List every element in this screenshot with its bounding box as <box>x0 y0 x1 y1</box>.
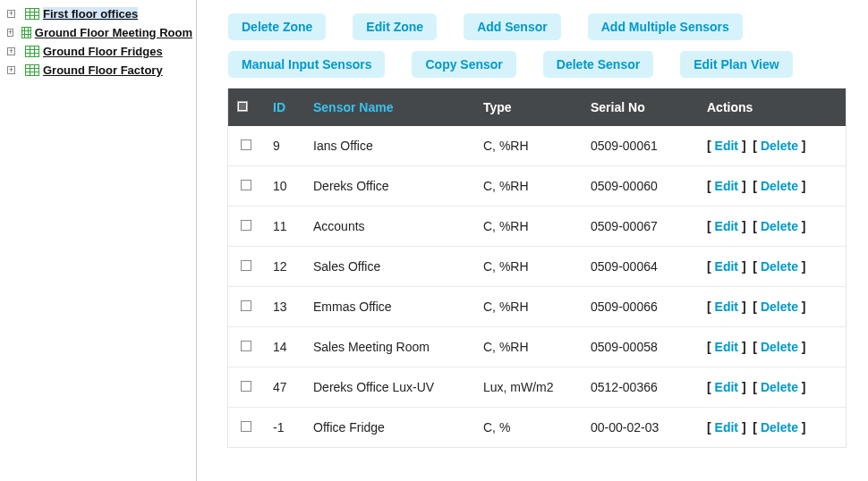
table-row: 12Sales OfficeC, %RH0509-00064[ Edit ] [… <box>228 247 846 287</box>
cell-name: Emmas Office <box>304 287 474 327</box>
row-checkbox[interactable] <box>241 341 251 351</box>
tree-item-label[interactable]: Ground Floor Meeting Room <box>35 26 192 39</box>
tree-item-label[interactable]: First floor offices <box>43 7 138 21</box>
zone-grid-icon <box>25 8 39 20</box>
cell-name: Accounts <box>304 207 474 247</box>
edit-link[interactable]: Edit <box>715 380 738 394</box>
delete-link[interactable]: Delete <box>761 219 798 233</box>
cell-name: Dereks Office <box>304 166 474 207</box>
bracket-open: [ <box>707 340 715 354</box>
edit-link[interactable]: Edit <box>715 420 738 435</box>
edit-link[interactable]: Edit <box>715 179 738 193</box>
row-checkbox-cell <box>228 126 264 166</box>
cell-actions: [ Edit ] [ Delete ] <box>698 247 846 287</box>
cell-id: 10 <box>264 166 304 207</box>
table-row: 14Sales Meeting RoomC, %RH0509-00058[ Ed… <box>228 327 846 367</box>
bracket-close: ] <box>798 179 806 193</box>
cell-serial: 0509-00066 <box>582 287 698 327</box>
tree-item[interactable]: +First floor offices <box>7 5 192 22</box>
row-checkbox[interactable] <box>241 180 251 190</box>
cell-id: 13 <box>264 287 304 327</box>
zone-grid-icon <box>21 27 31 38</box>
edit-link[interactable]: Edit <box>715 300 738 314</box>
delete-link[interactable]: Delete <box>761 259 798 274</box>
delete-link[interactable]: Delete <box>761 420 798 435</box>
bracket-open: [ <box>707 179 715 193</box>
bracket-close: ] <box>738 420 746 435</box>
delete-link[interactable]: Delete <box>761 300 798 314</box>
header-serial-no: Serial No <box>582 89 698 126</box>
table-row: 47Dereks Office Lux-UVLux, mW/m20512-003… <box>228 367 846 408</box>
delete-link[interactable]: Delete <box>761 179 798 193</box>
edit-link[interactable]: Edit <box>715 340 738 354</box>
edit-zone-button[interactable]: Edit Zone <box>353 13 437 40</box>
expand-icon[interactable]: + <box>7 47 15 55</box>
row-checkbox[interactable] <box>241 220 251 231</box>
select-all-checkbox[interactable] <box>237 101 248 112</box>
add-sensor-button[interactable]: Add Sensor <box>464 13 561 40</box>
bracket-open: [ <box>753 420 761 435</box>
tree-item[interactable]: +Ground Floor Factory <box>7 62 192 79</box>
table-row: 11AccountsC, %RH0509-00067[ Edit ] [ Del… <box>228 207 846 247</box>
cell-serial: 0512-00366 <box>582 367 698 408</box>
header-sensor-name[interactable]: Sensor Name <box>304 89 474 126</box>
delete-link[interactable]: Delete <box>761 380 798 394</box>
row-checkbox-cell <box>228 166 264 207</box>
tree-item-label[interactable]: Ground Floor Fridges <box>43 45 163 58</box>
row-checkbox[interactable] <box>241 300 251 311</box>
edit-link[interactable]: Edit <box>715 139 738 153</box>
row-checkbox-cell <box>228 207 264 247</box>
bracket-close: ] <box>738 179 746 193</box>
cell-serial: 0509-00067 <box>582 207 698 247</box>
row-checkbox[interactable] <box>241 381 251 392</box>
cell-name: Dereks Office Lux-UV <box>304 367 474 408</box>
expand-icon[interactable]: + <box>7 29 13 37</box>
manual-input-sensors-button[interactable]: Manual Input Sensors <box>228 51 385 78</box>
cell-id: 9 <box>264 126 304 166</box>
row-checkbox[interactable] <box>241 139 251 150</box>
main-panel: Delete Zone Edit Zone Add Sensor Add Mul… <box>197 0 868 481</box>
cell-actions: [ Edit ] [ Delete ] <box>698 166 846 207</box>
bracket-open: [ <box>753 139 761 153</box>
bracket-close: ] <box>798 219 806 233</box>
tree-item-label[interactable]: Ground Floor Factory <box>43 63 163 77</box>
tree-item[interactable]: +Ground Floor Meeting Room <box>7 24 192 41</box>
bracket-close: ] <box>798 259 806 274</box>
zone-toolbar: Delete Zone Edit Zone Add Sensor Add Mul… <box>228 13 846 78</box>
bracket-close: ] <box>738 139 746 153</box>
bracket-close: ] <box>798 380 806 394</box>
edit-link[interactable]: Edit <box>715 219 738 233</box>
cell-actions: [ Edit ] [ Delete ] <box>698 327 846 367</box>
row-checkbox[interactable] <box>241 260 251 271</box>
delete-sensor-button[interactable]: Delete Sensor <box>543 51 653 78</box>
header-id[interactable]: ID <box>264 89 304 126</box>
bracket-close: ] <box>738 340 746 354</box>
cell-type: C, %RH <box>474 287 582 327</box>
tree-item[interactable]: +Ground Floor Fridges <box>7 43 192 60</box>
header-type: Type <box>474 89 582 126</box>
copy-sensor-button[interactable]: Copy Sensor <box>412 51 515 78</box>
row-checkbox[interactable] <box>241 421 251 432</box>
bracket-open: [ <box>707 380 715 394</box>
bracket-open: [ <box>707 139 715 153</box>
cell-actions: [ Edit ] [ Delete ] <box>698 287 846 327</box>
row-checkbox-cell <box>228 287 264 327</box>
expand-icon[interactable]: + <box>7 10 15 18</box>
add-multiple-sensors-button[interactable]: Add Multiple Sensors <box>588 13 743 40</box>
cell-id: 12 <box>264 247 304 287</box>
cell-name: Sales Meeting Room <box>304 327 474 367</box>
cell-serial: 0509-00061 <box>582 126 698 166</box>
bracket-open: [ <box>707 219 715 233</box>
expand-icon[interactable]: + <box>7 66 15 74</box>
delete-zone-button[interactable]: Delete Zone <box>228 13 326 40</box>
sensors-table: ID Sensor Name Type Serial No Actions 9I… <box>228 89 846 447</box>
cell-type: C, %RH <box>474 207 582 247</box>
edit-link[interactable]: Edit <box>715 259 738 274</box>
table-row: -1Office FridgeC, %00-00-02-03[ Edit ] [… <box>228 408 846 448</box>
header-actions: Actions <box>698 89 846 126</box>
cell-type: C, %RH <box>474 327 582 367</box>
delete-link[interactable]: Delete <box>761 340 798 354</box>
cell-id: 14 <box>264 327 304 367</box>
delete-link[interactable]: Delete <box>761 139 798 153</box>
edit-plan-view-button[interactable]: Edit Plan View <box>680 51 792 78</box>
